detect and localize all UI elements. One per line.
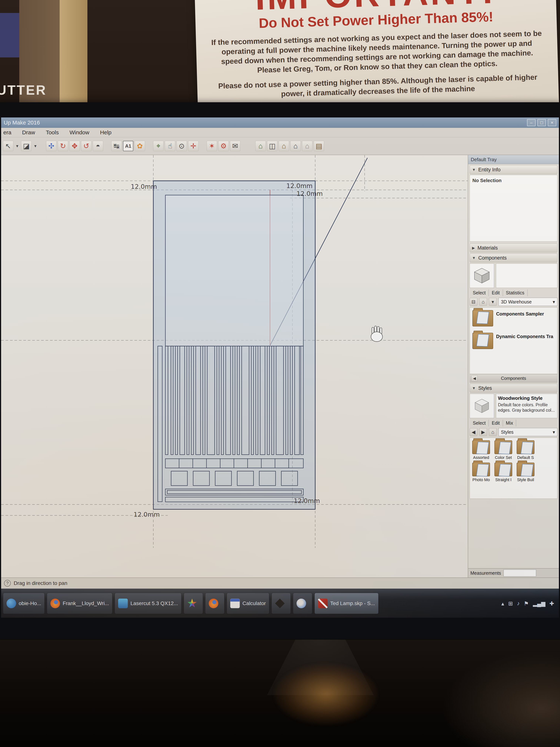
component-description-box[interactable]	[496, 263, 557, 288]
taskbar-button-lasercut[interactable]: Lasercut 5.3 QX12...	[115, 593, 182, 614]
section-components[interactable]: ▼ Components	[470, 254, 557, 262]
dimension-label[interactable]: 12.0mm	[296, 190, 323, 197]
taskbar-button-firefox-frank[interactable]: Frank__Lloyd_Wri...	[47, 593, 112, 614]
position-camera-icon[interactable]: ⌖	[153, 141, 163, 151]
taskbar-button-label: Lasercut 5.3 QX12...	[130, 600, 178, 607]
paint-bucket-icon[interactable]: ✿	[135, 141, 145, 151]
components-collection-dropdown[interactable]: 3D Warehouse ▾	[499, 298, 557, 306]
close-button[interactable]: ×	[548, 119, 556, 126]
mail-icon[interactable]: ✉	[230, 141, 240, 151]
taskbar-button-paint-app[interactable]	[293, 593, 312, 614]
modeling-canvas[interactable]: 12.0mm 12.0mm 12.0mm 12.0mm 12.0mm	[1, 155, 468, 577]
orbit-tool-icon[interactable]: ↺	[81, 141, 91, 151]
tab-select[interactable]: Select	[470, 289, 489, 296]
text-tool-icon[interactable]: A1	[123, 141, 133, 151]
photo-scene: UTTER IMPORTANT! Do Not Set Power Higher…	[0, 0, 560, 747]
tab-edit[interactable]: Edit	[489, 420, 503, 427]
camera-star-icon[interactable]: ✶	[207, 141, 217, 151]
tab-statistics[interactable]: Statistics	[503, 289, 528, 296]
flag-icon[interactable]: ⚑	[524, 600, 529, 607]
gears-icon[interactable]: ⚙	[218, 141, 229, 151]
lamp-panel-design[interactable]	[153, 181, 315, 509]
dimension-label[interactable]: 12.0mm	[294, 497, 320, 505]
nav-caret-icon[interactable]: ▾	[489, 298, 497, 306]
maximize-button[interactable]: □	[537, 119, 546, 126]
network-icon[interactable]: ▂▄▆	[533, 600, 545, 607]
style-thumb[interactable]: Color Set	[494, 440, 513, 460]
pushpull-tool-icon[interactable]: ◓	[93, 141, 103, 151]
folder-icon	[495, 440, 512, 454]
move-tool-icon[interactable]: ✥	[70, 141, 80, 151]
dimension-label[interactable]: 12.0mm	[286, 182, 313, 189]
style-info: Woodworking Style Default face colors. P…	[496, 394, 557, 418]
style-thumb[interactable]: Assorted	[471, 440, 491, 460]
in-model-home-icon[interactable]: ⌂	[489, 428, 497, 436]
style-thumb[interactable]: Straight l	[494, 463, 513, 482]
zoom-extents-icon[interactable]: ✛	[188, 141, 198, 151]
tab-mix[interactable]: Mix	[503, 420, 516, 427]
taskbar-button-sketchup[interactable]: Ted Lamp.skp - S...	[315, 593, 378, 614]
dimension-label[interactable]: 12.0mm	[131, 183, 157, 190]
paint-caret-icon[interactable]: ▾	[33, 141, 38, 151]
taskbar-button-firefox[interactable]	[205, 593, 224, 614]
home-icon[interactable]: ⌂	[279, 141, 289, 151]
monitor-bezel: Up Make 2016 – □ × era Draw Tools Window…	[0, 102, 560, 639]
list-item[interactable]: Components Sampler	[473, 310, 555, 327]
entity-info-label: Entity Info	[478, 167, 501, 173]
taskbar-button-calculator[interactable]: Calculator	[227, 593, 269, 614]
taskbar-button-inkscape[interactable]	[271, 593, 291, 614]
tab-edit[interactable]: Edit	[489, 289, 503, 296]
back-arrow-icon[interactable]: ◀	[470, 428, 477, 436]
upload-model-icon[interactable]: ⌂	[290, 141, 301, 151]
pan-tool-icon[interactable]: ☝	[165, 141, 175, 151]
menu-tools[interactable]: Tools	[46, 129, 59, 136]
forward-arrow-icon[interactable]: ▶	[479, 428, 487, 436]
style-thumb[interactable]: Photo Mo	[471, 463, 491, 482]
in-model-home-icon[interactable]: ⌂	[479, 298, 487, 306]
window-titlebar[interactable]: Up Make 2016 – □ ×	[1, 118, 559, 128]
taskbar-button-obie[interactable]: obie-Ho...	[3, 593, 45, 614]
component-preview[interactable]	[470, 263, 494, 288]
section-materials[interactable]: ▶ Materials	[470, 243, 557, 252]
paint-fill-icon[interactable]: ◪	[21, 141, 31, 151]
get-models-icon[interactable]: ⌂	[256, 141, 266, 151]
house-outline-icon[interactable]: ⌂	[302, 141, 313, 151]
system-tray: ▴ ⊞ ♪ ⚑ ▂▄▆ ✚	[501, 600, 557, 607]
tape-measure-icon[interactable]: ↹	[111, 141, 122, 151]
volume-icon[interactable]: ♪	[517, 600, 520, 607]
zoom-tool-icon[interactable]: ⊙	[177, 141, 187, 151]
help-icon[interactable]: ?	[4, 580, 11, 587]
style-thumb[interactable]: Default S	[516, 440, 535, 460]
components-footer[interactable]: ◀ Components	[470, 374, 557, 383]
style-thumb[interactable]: Style Buil	[516, 463, 535, 482]
component-item-label: Dynamic Components Tra	[496, 334, 553, 339]
component-box-icon[interactable]: ◫	[267, 141, 277, 151]
measurements-input[interactable]	[504, 569, 536, 576]
list-item[interactable]: Dynamic Components Tra	[473, 333, 555, 349]
menu-window[interactable]: Window	[70, 129, 89, 136]
taskbar-button-star-app[interactable]	[184, 593, 203, 614]
followme-tool-icon[interactable]: ✣	[46, 141, 56, 151]
tab-select[interactable]: Select	[470, 420, 489, 427]
drawing-canvas[interactable]: 12.0mm 12.0mm 12.0mm 12.0mm 12.0mm	[1, 155, 468, 577]
select-caret-icon[interactable]: ▾	[15, 141, 20, 151]
section-entity-info[interactable]: ▼ Entity Info	[470, 165, 557, 174]
door-frame	[60, 0, 87, 105]
section-styles[interactable]: ▼ Styles	[470, 384, 557, 393]
dimension-label[interactable]: 12.0mm	[134, 511, 160, 518]
action-center-icon[interactable]: ✚	[550, 600, 554, 607]
hidden-icons-icon[interactable]: ▴	[501, 600, 504, 607]
menu-draw[interactable]: Draw	[22, 129, 35, 136]
style-preview[interactable]	[470, 394, 494, 418]
toolbox-icon[interactable]: ▤	[314, 141, 324, 151]
back-arrow-icon[interactable]: ◀	[471, 375, 478, 382]
tray-title[interactable]: Default Tray	[468, 155, 559, 164]
details-view-icon[interactable]: ⊟	[470, 298, 477, 306]
menu-help[interactable]: Help	[100, 129, 111, 136]
display-icon[interactable]: ⊞	[508, 600, 513, 607]
styles-collection-dropdown[interactable]: Styles ▾	[499, 428, 557, 436]
menu-camera[interactable]: era	[3, 129, 11, 136]
rotate-tool-icon[interactable]: ↻	[58, 141, 68, 151]
minimize-button[interactable]: –	[527, 119, 536, 126]
select-tool-icon[interactable]: ↖	[3, 141, 14, 151]
